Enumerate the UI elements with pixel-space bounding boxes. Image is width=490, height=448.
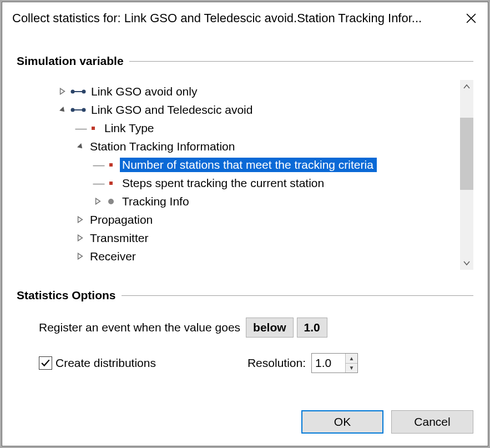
- bullet-icon: [105, 199, 117, 204]
- node-label-selected: Number of stations that meet the trackin…: [120, 158, 377, 172]
- tree-row[interactable]: — Number of stations that meet the track…: [39, 155, 460, 174]
- bullet-icon: [105, 182, 117, 185]
- expander-icon[interactable]: [57, 104, 68, 115]
- direction-toggle[interactable]: below: [246, 318, 294, 338]
- tree-row[interactable]: Propagation: [39, 210, 460, 229]
- tree-connector-icon: —: [74, 122, 88, 135]
- cancel-button[interactable]: Cancel: [391, 410, 473, 434]
- dialog-footer: OK Cancel: [301, 410, 473, 434]
- tree-row[interactable]: — Link Type: [39, 119, 460, 137]
- register-event-row: Register an event when the value goes be…: [39, 318, 469, 338]
- spinner-up-button[interactable]: ▲: [346, 354, 357, 363]
- distributions-row: Create distributions Resolution: ▲ ▼: [39, 353, 469, 373]
- scroll-up-icon[interactable]: [460, 80, 473, 93]
- group-statistics-options: Statistics Options: [17, 289, 473, 302]
- check-icon: [41, 358, 50, 368]
- expander-icon[interactable]: [57, 86, 68, 97]
- threshold-toggle[interactable]: 1.0: [297, 318, 327, 338]
- bullet-icon: [105, 163, 117, 167]
- node-label: Propagation: [88, 213, 156, 227]
- tree-row[interactable]: Tracking Info: [39, 192, 460, 210]
- tree-row[interactable]: Receiver: [39, 247, 460, 265]
- link-icon: [70, 86, 87, 97]
- resolution-spinner: ▲ ▼: [311, 353, 358, 373]
- svg-point-1: [82, 89, 86, 93]
- simulation-tree[interactable]: Link GSO avoid only Link GSO and Teledes…: [39, 80, 460, 270]
- dialog-title: Collect statistics for: Link GSO and Tel…: [12, 11, 454, 26]
- node-label: Link Type: [102, 121, 158, 135]
- ok-button[interactable]: OK: [301, 410, 383, 434]
- scrollbar-thumb[interactable]: [460, 118, 473, 190]
- close-icon: [466, 13, 476, 23]
- expander-icon[interactable]: [74, 214, 85, 225]
- tree-row[interactable]: Link GSO avoid only: [39, 82, 460, 100]
- node-label: Link GSO and Teledescic avoid: [89, 103, 256, 117]
- group-label: Statistics Options: [17, 289, 122, 302]
- separator: [129, 61, 473, 62]
- group-simulation-variable: Simulation variable: [17, 54, 473, 68]
- group-label: Simulation variable: [17, 54, 129, 68]
- svg-point-0: [71, 89, 75, 93]
- node-label: Steps spent tracking the current station: [120, 176, 327, 190]
- tree-container: Link GSO avoid only Link GSO and Teledes…: [39, 80, 473, 270]
- tree-scrollbar[interactable]: [460, 80, 473, 270]
- node-label: Tracking Info: [120, 194, 193, 209]
- tree-row[interactable]: — Steps spent tracking the current stati…: [39, 174, 460, 192]
- resolution-input[interactable]: [312, 354, 345, 373]
- create-distributions-checkbox[interactable]: [39, 356, 52, 370]
- scroll-down-icon[interactable]: [460, 256, 473, 270]
- svg-point-4: [82, 108, 86, 112]
- expander-icon[interactable]: [74, 233, 85, 244]
- link-icon: [70, 104, 87, 115]
- separator: [122, 295, 473, 296]
- options-body: Register an event when the value goes be…: [17, 306, 473, 373]
- svg-point-3: [71, 108, 75, 112]
- dialog-window: Collect statistics for: Link GSO and Tel…: [2, 2, 488, 446]
- expander-icon[interactable]: [74, 141, 85, 152]
- expander-icon[interactable]: [92, 196, 103, 207]
- node-label: Transmitter: [88, 231, 151, 245]
- tree-row[interactable]: Transmitter: [39, 229, 460, 247]
- register-event-label: Register an event when the value goes: [39, 321, 240, 334]
- dialog-content: Simulation variable Link GSO avoid only …: [2, 34, 488, 373]
- resolution-label: Resolution:: [247, 356, 306, 370]
- node-label: Station Tracking Information: [88, 139, 238, 154]
- close-button[interactable]: [454, 2, 488, 34]
- resolution-wrap: Resolution: ▲ ▼: [247, 353, 358, 373]
- node-label: Receiver: [88, 249, 139, 264]
- node-label: Link GSO avoid only: [89, 84, 200, 99]
- expander-icon[interactable]: [74, 251, 85, 262]
- bullet-icon: [88, 127, 99, 130]
- tree-connector-icon: —: [92, 158, 105, 172]
- tree-connector-icon: —: [92, 177, 105, 190]
- tree-row[interactable]: Link GSO and Teledescic avoid: [39, 100, 460, 119]
- create-distributions-label: Create distributions: [55, 356, 156, 370]
- tree-row[interactable]: Station Tracking Information: [39, 137, 460, 155]
- titlebar: Collect statistics for: Link GSO and Tel…: [2, 2, 488, 34]
- spinner-down-button[interactable]: ▼: [346, 363, 357, 373]
